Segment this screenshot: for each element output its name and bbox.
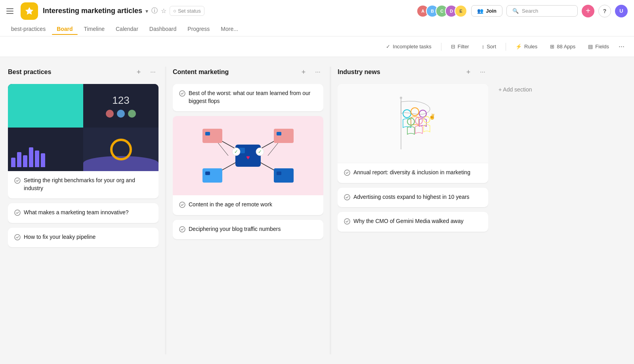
search-box[interactable]: 🔍 Search	[506, 5, 578, 17]
column-add-best-practices[interactable]: +	[133, 67, 144, 78]
search-label: Search	[522, 8, 538, 14]
tab-progress[interactable]: Progress	[183, 23, 214, 34]
column-title-industry-news: Industry news	[338, 69, 460, 76]
rules-button[interactable]: ⚡ Rules	[512, 42, 540, 51]
check-circle-icon	[179, 202, 185, 208]
set-status-button[interactable]: ○ Set status	[170, 6, 204, 16]
check-circle-icon	[344, 194, 350, 200]
help-button[interactable]: ?	[598, 5, 611, 17]
tab-calendar[interactable]: Calendar	[111, 23, 143, 34]
card-cm-3[interactable]: Deciphering your blog traffic numbers	[173, 220, 323, 240]
tab-timeline[interactable]: Timeline	[79, 23, 109, 34]
fields-button[interactable]: ▤ Fields	[585, 42, 612, 51]
add-section-button[interactable]: + Add section	[495, 84, 536, 95]
app-logo	[21, 2, 38, 20]
column-add-industry-news[interactable]: +	[463, 67, 474, 78]
apps-button[interactable]: ⊞ 88 Apps	[547, 42, 579, 51]
hamburger-menu[interactable]	[6, 6, 16, 16]
sort-icon: ↕	[482, 44, 485, 50]
rules-icon: ⚡	[516, 44, 522, 50]
svg-text:✓: ✓	[258, 149, 262, 154]
card-bp-2[interactable]: What makes a marketing team innovative?	[8, 203, 158, 223]
fields-label: Fields	[595, 44, 609, 50]
card-image-network: ♥ ✓ ✓	[173, 116, 323, 195]
card-in-1[interactable]: ✌ Annual report: diversity & inclusion i…	[338, 84, 488, 183]
svg-rect-11	[205, 132, 210, 135]
card-in-2[interactable]: Advertising costs expand to highest in 1…	[338, 188, 488, 208]
check-circle-icon	[179, 226, 185, 233]
check-circle-icon	[344, 218, 350, 225]
toolbar: ✓ Incomplete tasks ⊟ Filter ↕ Sort ⚡ Rul…	[0, 36, 634, 57]
card-bp-3[interactable]: How to fix your leaky pipeline	[8, 228, 158, 248]
column-industry-news: Industry news + ···	[338, 67, 488, 236]
svg-rect-22	[205, 172, 210, 175]
svg-text:✌: ✌	[429, 113, 436, 120]
apps-label: 88 Apps	[557, 44, 575, 50]
card-title: Annual report: diversity & inclusion in …	[353, 169, 470, 177]
check-circle-icon: ✓	[386, 44, 390, 50]
join-label: Join	[486, 8, 497, 14]
rules-label: Rules	[524, 44, 537, 50]
card-title: How to fix your leaky pipeline	[24, 233, 95, 241]
card-bp-1[interactable]: 123	[8, 84, 158, 198]
check-circle-icon	[14, 210, 21, 216]
check-circle-icon	[179, 90, 185, 97]
card-cm-1[interactable]: Best of the worst: what our team learned…	[173, 84, 323, 111]
svg-rect-21	[202, 168, 222, 183]
card-title: Why the CMO of Gemini Media walked away	[353, 217, 464, 225]
svg-text:✓: ✓	[234, 149, 238, 154]
incomplete-tasks-label: Incomplete tasks	[393, 44, 432, 50]
check-circle-icon	[344, 170, 350, 176]
avatars-group: A B C D E	[416, 5, 467, 17]
svg-point-29	[403, 110, 411, 118]
info-icon[interactable]: ⓘ	[151, 7, 158, 15]
tab-more[interactable]: More...	[216, 23, 243, 34]
more-options-button[interactable]: ···	[619, 42, 624, 51]
card-image-dashboard: 123	[8, 84, 158, 171]
sort-label: Sort	[487, 44, 496, 50]
tab-list[interactable]: best-practices	[6, 23, 50, 34]
title-chevron-icon[interactable]: ▾	[145, 8, 148, 14]
star-icon[interactable]: ☆	[161, 7, 166, 15]
column-title-content-marketing: Content marketing	[173, 69, 295, 76]
check-circle-icon	[14, 234, 21, 240]
card-in-3[interactable]: Why the CMO of Gemini Media walked away	[338, 212, 488, 232]
column-best-practices: Best practices + ··· 123	[8, 67, 158, 252]
incomplete-tasks-filter[interactable]: ✓ Incomplete tasks	[383, 42, 435, 51]
filter-icon: ⊟	[451, 44, 455, 50]
svg-rect-24	[277, 172, 281, 175]
svg-text:♥: ♥	[246, 154, 250, 161]
column-separator-2	[330, 67, 331, 354]
card-title: Content in the age of remote work	[189, 201, 272, 209]
user-avatar[interactable]: U	[615, 5, 628, 17]
divider-1	[441, 43, 441, 51]
svg-rect-10	[202, 129, 222, 143]
join-button[interactable]: 👥 Join	[471, 5, 502, 17]
tab-dashboard[interactable]: Dashboard	[145, 23, 181, 34]
people-icon: 👥	[477, 8, 483, 14]
board-container: Best practices + ··· 123	[0, 57, 634, 364]
card-title: What makes a marketing team innovative?	[24, 209, 129, 217]
filter-label: Filter	[458, 44, 469, 50]
column-more-industry-news[interactable]: ···	[477, 67, 488, 78]
tab-board[interactable]: Board	[52, 23, 77, 34]
filter-button[interactable]: ⊟ Filter	[448, 42, 472, 51]
add-button[interactable]: +	[582, 5, 594, 17]
column-separator-1	[165, 67, 166, 354]
column-title-best-practices: Best practices	[8, 69, 130, 76]
card-cm-2[interactable]: ♥ ✓ ✓	[173, 116, 323, 215]
avatar: E	[454, 5, 467, 17]
check-circle-icon	[14, 177, 21, 184]
card-title: Setting the right benchmarks for your or…	[24, 177, 152, 192]
top-header: Interesting marketing articles ▾ ⓘ ☆ ○ S…	[0, 0, 634, 36]
column-more-content-marketing[interactable]: ···	[312, 67, 323, 78]
column-add-content-marketing[interactable]: +	[298, 67, 309, 78]
circle-icon: ○	[173, 8, 176, 14]
set-status-label: Set status	[178, 8, 201, 14]
card-title: Deciphering your blog traffic numbers	[189, 225, 281, 233]
sort-button[interactable]: ↕ Sort	[479, 42, 499, 51]
svg-rect-13	[277, 132, 281, 135]
search-icon: 🔍	[512, 8, 519, 14]
apps-icon: ⊞	[550, 44, 554, 50]
column-more-best-practices[interactable]: ···	[147, 67, 158, 78]
